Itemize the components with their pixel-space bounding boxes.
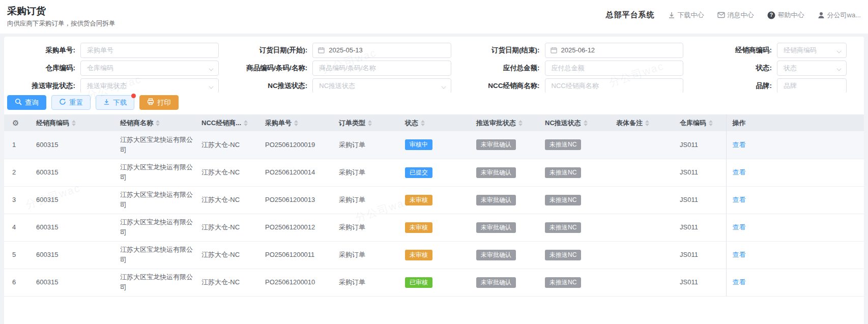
push_approval_status-value[interactable] [86,81,213,90]
help-center-link[interactable]: ? 帮助中心 [767,11,804,20]
status-select[interactable] [777,61,847,76]
dealer-name-cell: 江苏大区宝龙快运有限公司 [116,186,197,214]
sort-caret-icon[interactable] [156,120,160,126]
system-name: 总部平台系统 [606,10,655,20]
user-menu[interactable]: 分公司wa... [818,11,861,20]
filter-field-push_approval_status: 推送审批状态: [4,77,236,93]
goods_code_name-input[interactable] [312,61,451,76]
ncc_dealer_name-input[interactable] [545,78,683,93]
sort-caret-icon[interactable] [294,120,298,126]
dealer-code-cell: 600315 [32,159,116,186]
push-approval-badge: 未审批确认 [476,250,516,260]
table-row: 6600315江苏大区宝龙快运有限公司江苏大仓-NCPO25061200010采… [4,269,864,296]
po-no-cell: PO25061200019 [261,131,335,159]
status-value[interactable] [783,64,841,72]
sort-caret-icon[interactable] [518,120,523,126]
view-link[interactable]: 查看 [733,168,746,176]
column-header-body_remark[interactable]: 表体备注 [612,114,676,131]
view-link[interactable]: 查看 [733,251,746,258]
ncc_dealer_name-value[interactable] [551,81,678,90]
top-nav: 总部平台系统 下载中心 消息中心 ? 帮助中心 分公司wa... [606,10,861,20]
sort-caret-icon[interactable] [645,120,649,126]
body-remark-cell [612,131,676,159]
filter-field-warehouse_code: 仓库编码: [4,59,236,77]
column-header-dealer_name[interactable]: 经销商名称 [116,114,197,131]
column-header-order_type[interactable]: 订单类型 [335,114,401,131]
order_date_end-date-input[interactable] [545,43,683,58]
column-header-warehouse_code[interactable]: 仓库编码 [676,114,726,131]
sort-caret-icon[interactable] [368,120,372,126]
print-button[interactable]: 打印 [139,95,179,110]
payable_amount-input[interactable] [545,61,683,76]
dealer-code-cell: 600315 [32,186,116,214]
mail-icon [717,12,725,18]
goods_code_name-value[interactable] [318,64,445,72]
column-label: 经销商编码 [36,119,69,127]
nc_push_status-value[interactable] [318,81,445,90]
dealer_code-value[interactable] [783,46,841,54]
search-button[interactable]: 查询 [7,95,46,110]
payable_amount-value[interactable] [551,64,678,72]
warehouse-code-cell: JS011 [676,186,726,214]
column-header-status[interactable]: 状态 [401,114,472,131]
user-icon [818,12,825,19]
table-row: 2600315江苏大区宝龙快运有限公司江苏大仓-NCPO25061200014采… [4,159,864,186]
view-link[interactable]: 查看 [733,223,746,231]
column-label: 经销商名称 [120,119,153,127]
column-header-dealer_code[interactable]: 经销商编码 [32,114,116,131]
push_approval_status-select[interactable] [80,78,219,93]
brand-value[interactable] [783,81,841,90]
download-center-link[interactable]: 下载中心 [668,11,704,20]
download-button[interactable]: 下载 [96,95,134,110]
status-cell: 未审核 [401,241,472,269]
filter-field-goods_code_name: 商品编码/条码/名称: [236,59,468,77]
brand-input[interactable] [777,78,847,93]
column-label: 状态 [405,119,418,127]
order_date_start-date-input[interactable] [312,43,451,58]
warehouse_code-value[interactable] [86,64,213,72]
message-center-link[interactable]: 消息中心 [717,11,754,20]
push-approval-cell: 未审批确认 [472,214,541,241]
nc-push-cell: 未推送NC [541,269,612,296]
column-header-ncc_dealer[interactable]: NCC经销商... [197,114,261,131]
reset-button[interactable]: 重置 [51,95,91,110]
body-remark-cell [612,214,676,241]
push-approval-cell: 未审批确认 [472,186,541,214]
filter-label-order_date_start: 订货日期(开始): [236,46,312,55]
column-settings-gear-icon[interactable]: ⚙ [12,119,19,127]
action-cell: 查看 [726,131,864,159]
action-cell: 查看 [726,269,864,296]
filter-field-order_date_end: 订货日期(结束): [469,41,701,59]
view-link[interactable]: 查看 [733,196,746,203]
filter-label-brand: 品牌: [701,81,777,91]
column-header-push_approval_status[interactable]: 推送审批状态 [472,114,541,131]
sort-caret-icon[interactable] [421,120,425,126]
filter-label-ncc_dealer_name: NCC经销商名称: [469,81,545,91]
sort-caret-icon[interactable] [584,120,588,126]
reset-button-label: 重置 [69,98,83,107]
nc-push-cell: 未推送NC [541,131,612,159]
column-header-po_no[interactable]: 采购单号 [261,114,335,131]
body-remark-cell [612,241,676,269]
warehouse_code-select[interactable] [80,61,219,76]
po_no-input[interactable] [80,43,219,58]
table-row: 3600315江苏大区宝龙快运有限公司江苏大仓-NCPO25061200013采… [4,186,864,214]
po_no-value[interactable] [86,46,213,54]
sort-caret-icon[interactable] [72,120,76,126]
table-row: 1600315江苏大区宝龙快运有限公司江苏大仓-NCPO25061200019采… [4,131,864,159]
view-link[interactable]: 查看 [733,278,746,286]
order_date_start-value[interactable] [328,46,445,54]
dealer-name-cell: 江苏大区宝龙快运有限公司 [116,159,197,186]
dealer_code-select[interactable] [777,43,847,58]
nc_push_status-select[interactable] [312,78,451,93]
sort-caret-icon[interactable] [244,120,248,126]
column-header-nc_push_status[interactable]: NC推送状态 [541,114,612,131]
order_date_end-value[interactable] [560,46,678,54]
sort-caret-icon[interactable] [709,120,713,126]
column-label: 表体备注 [616,119,643,127]
ncc-dealer-cell: 江苏大仓-NC [197,214,261,241]
order-type-cell: 采购订单 [335,186,401,214]
status-badge: 已审核 [405,277,432,288]
column-label: 操作 [733,119,746,127]
view-link[interactable]: 查看 [733,141,746,149]
